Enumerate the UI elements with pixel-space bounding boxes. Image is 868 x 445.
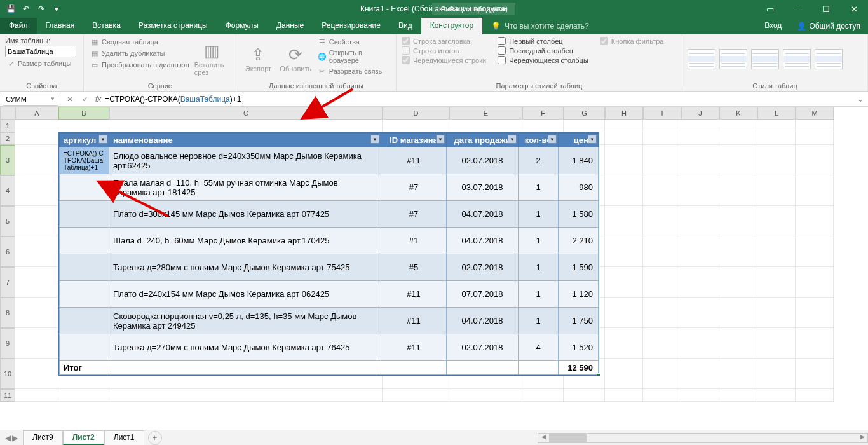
table-styles-gallery[interactable] [688, 37, 862, 81]
accept-formula-icon[interactable]: ✓ [79, 95, 92, 104]
expand-formula-bar-icon[interactable]: ⌄ [853, 95, 868, 104]
tab-review[interactable]: Рецензирование [313, 18, 390, 34]
col-header[interactable]: G [564, 107, 605, 120]
cell[interactable] [109, 361, 381, 375]
undo-icon[interactable]: ↶ [19, 2, 33, 16]
cell[interactable] [58, 389, 109, 402]
chevron-down-icon[interactable]: ▼ [50, 96, 55, 102]
cell[interactable] [605, 359, 643, 389]
col-header[interactable]: H [605, 107, 643, 120]
minimize-icon[interactable]: — [784, 0, 812, 18]
cell[interactable] [757, 206, 796, 236]
total-value[interactable]: 12 590 [559, 361, 599, 375]
filter-icon[interactable]: ▼ [508, 135, 517, 144]
share-button[interactable]: 👤Общий доступ [789, 18, 868, 34]
cell[interactable] [605, 328, 643, 359]
fx-icon[interactable]: fx [95, 95, 101, 104]
ribbon-options-icon[interactable]: ▭ [756, 0, 784, 18]
cell[interactable] [109, 389, 383, 402]
cell[interactable] [15, 298, 58, 328]
first-col-check[interactable]: Первый столбец [498, 37, 588, 45]
cell[interactable] [15, 359, 58, 389]
cell[interactable] [643, 175, 681, 206]
filter-icon[interactable]: ▼ [588, 135, 597, 144]
cell[interactable] [643, 267, 681, 298]
cell[interactable] [681, 175, 719, 206]
insert-slicer-button[interactable]: ▥Вставить срез [194, 37, 230, 81]
nav-next-icon[interactable]: ▶ [12, 434, 18, 442]
cell[interactable] [15, 236, 58, 267]
cell-date[interactable]: 04.07.2018 [447, 228, 519, 254]
resize-table-button[interactable]: ⤢Размер таблицы [5, 58, 76, 69]
row-header[interactable]: 11 [0, 389, 15, 402]
cell[interactable] [719, 267, 757, 298]
sheet-tab[interactable]: Лист9 [23, 430, 63, 445]
export-button[interactable]: ⇪Экспорт [241, 37, 275, 81]
cell[interactable] [15, 132, 58, 145]
cell[interactable] [15, 267, 58, 298]
cancel-formula-icon[interactable]: ✕ [64, 95, 76, 104]
cell-qty[interactable]: 1 [519, 254, 559, 281]
cell[interactable] [643, 132, 681, 145]
cell[interactable] [681, 236, 719, 267]
cell-article[interactable] [60, 334, 109, 361]
add-sheet-button[interactable]: + [148, 431, 162, 445]
cell-store-id[interactable]: #5 [381, 254, 447, 281]
cell-price[interactable]: 1 580 [559, 201, 599, 228]
tell-me[interactable]: 💡Что вы хотите сделать? [482, 18, 598, 34]
cell[interactable] [605, 298, 643, 328]
cell[interactable] [681, 120, 719, 132]
header-row-check[interactable]: Строка заголовка [402, 37, 486, 45]
remove-duplicates-button[interactable]: ▤Удалить дубликаты [89, 48, 191, 58]
tab-formulas[interactable]: Формулы [217, 18, 268, 34]
cell[interactable] [643, 359, 681, 389]
cell[interactable] [605, 132, 643, 145]
total-label[interactable]: Итог [60, 361, 109, 375]
cell-article[interactable] [60, 174, 109, 201]
worksheet[interactable]: ABCDEFGHIJKLM1234567891011 артикул▼ наим… [0, 107, 868, 430]
cell-article[interactable] [60, 228, 109, 254]
col-header[interactable]: J [681, 107, 719, 120]
col-header[interactable]: E [449, 107, 522, 120]
tab-file[interactable]: Файл [0, 18, 37, 34]
cell[interactable] [605, 389, 643, 402]
cell-price[interactable]: 1 120 [559, 281, 599, 308]
cell[interactable] [605, 145, 643, 175]
scroll-thumb[interactable] [549, 434, 587, 442]
cell[interactable] [719, 132, 757, 145]
col-header[interactable]: M [796, 107, 834, 120]
cell[interactable] [796, 175, 834, 206]
cell-qty[interactable]: 1 [519, 174, 559, 201]
cell[interactable] [643, 389, 681, 402]
tab-page-layout[interactable]: Разметка страницы [130, 18, 217, 34]
cell-article[interactable]: =СТРОКА()-СТРОКА(ВашаТаблица)+1 [60, 147, 109, 174]
row-header[interactable]: 5 [0, 206, 15, 236]
cell-qty[interactable]: 1 [519, 308, 559, 334]
banded-rows-check[interactable]: Чередующиеся строки [402, 56, 486, 64]
cell[interactable] [719, 120, 757, 132]
filter-btn-check[interactable]: Кнопка фильтра [600, 37, 664, 45]
cell-store-id[interactable]: #7 [381, 174, 447, 201]
tab-design[interactable]: Конструктор [421, 18, 482, 34]
tab-data[interactable]: Данные [268, 18, 313, 34]
col-name[interactable]: наименование▼ [109, 134, 381, 147]
cell[interactable] [643, 206, 681, 236]
convert-range-button[interactable]: ▭Преобразовать в диапазон [89, 60, 191, 70]
style-swatch[interactable] [783, 49, 811, 69]
cell-price[interactable]: 1 840 [559, 147, 599, 174]
scroll-left-icon[interactable]: ◀ [538, 434, 548, 442]
col-header[interactable]: B [58, 107, 109, 120]
cell-date[interactable]: 04.07.2018 [447, 201, 519, 228]
cell[interactable] [447, 361, 519, 375]
editing-cell[interactable]: =СТРОКА()-СТРОКА(ВашаТаблица)+1 [64, 150, 105, 171]
cell[interactable] [643, 328, 681, 359]
cell[interactable] [757, 120, 796, 132]
cell[interactable] [449, 120, 522, 132]
cell[interactable] [757, 175, 796, 206]
cell[interactable] [109, 120, 383, 132]
name-box[interactable]: СУММ▼ [3, 93, 58, 106]
cell-article[interactable] [60, 201, 109, 228]
close-icon[interactable]: ✕ [840, 0, 868, 18]
row-header[interactable]: 9 [0, 328, 15, 359]
cell[interactable] [15, 175, 58, 206]
